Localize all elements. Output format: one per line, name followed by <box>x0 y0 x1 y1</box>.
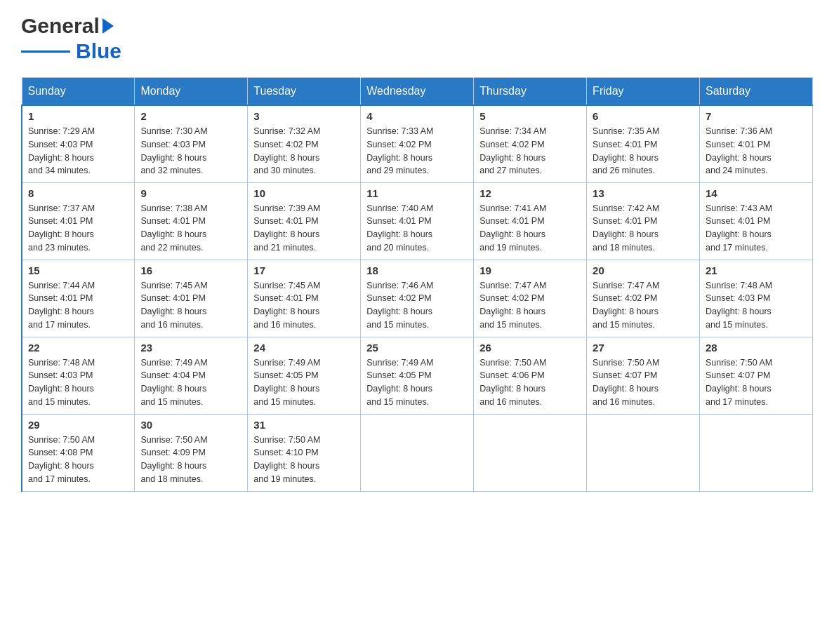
calendar-header-wednesday: Wednesday <box>361 78 474 106</box>
calendar-day-30: 30Sunrise: 7:50 AM Sunset: 4:09 PM Dayli… <box>135 414 248 491</box>
logo-underline <box>21 51 70 53</box>
day-number: 4 <box>366 110 468 122</box>
day-info: Sunrise: 7:47 AM Sunset: 4:02 PM Dayligh… <box>479 279 581 332</box>
day-info: Sunrise: 7:34 AM Sunset: 4:02 PM Dayligh… <box>479 125 581 177</box>
day-info: Sunrise: 7:32 AM Sunset: 4:02 PM Dayligh… <box>253 125 355 177</box>
calendar-day-13: 13Sunrise: 7:42 AM Sunset: 4:01 PM Dayli… <box>587 182 700 260</box>
calendar-empty-cell <box>474 414 587 491</box>
day-number: 31 <box>253 419 355 431</box>
day-info: Sunrise: 7:47 AM Sunset: 4:02 PM Dayligh… <box>593 279 694 332</box>
calendar-week-row: 22Sunrise: 7:48 AM Sunset: 4:03 PM Dayli… <box>22 337 813 414</box>
day-info: Sunrise: 7:50 AM Sunset: 4:06 PM Dayligh… <box>479 356 581 409</box>
calendar-day-6: 6Sunrise: 7:35 AM Sunset: 4:01 PM Daylig… <box>587 105 700 182</box>
calendar-day-11: 11Sunrise: 7:40 AM Sunset: 4:01 PM Dayli… <box>361 182 474 260</box>
day-info: Sunrise: 7:49 AM Sunset: 4:05 PM Dayligh… <box>253 356 355 409</box>
calendar-day-19: 19Sunrise: 7:47 AM Sunset: 4:02 PM Dayli… <box>474 260 587 337</box>
calendar-day-12: 12Sunrise: 7:41 AM Sunset: 4:01 PM Dayli… <box>474 182 587 260</box>
day-info: Sunrise: 7:45 AM Sunset: 4:01 PM Dayligh… <box>140 279 241 332</box>
day-info: Sunrise: 7:48 AM Sunset: 4:03 PM Dayligh… <box>28 356 128 409</box>
logo-blue-text: Blue <box>76 39 121 63</box>
day-number: 21 <box>706 264 807 276</box>
day-number: 27 <box>593 342 694 354</box>
calendar-week-row: 1Sunrise: 7:29 AM Sunset: 4:03 PM Daylig… <box>22 105 813 182</box>
day-info: Sunrise: 7:41 AM Sunset: 4:01 PM Dayligh… <box>479 202 581 255</box>
day-number: 10 <box>253 187 355 199</box>
calendar-day-4: 4Sunrise: 7:33 AM Sunset: 4:02 PM Daylig… <box>361 105 474 182</box>
logo-row-2: Blue <box>21 39 121 63</box>
day-info: Sunrise: 7:43 AM Sunset: 4:01 PM Dayligh… <box>706 202 807 255</box>
day-info: Sunrise: 7:42 AM Sunset: 4:01 PM Dayligh… <box>593 202 694 255</box>
calendar-day-31: 31Sunrise: 7:50 AM Sunset: 4:10 PM Dayli… <box>248 414 361 491</box>
day-number: 2 <box>140 110 241 122</box>
calendar-day-8: 8Sunrise: 7:37 AM Sunset: 4:01 PM Daylig… <box>22 182 135 260</box>
day-info: Sunrise: 7:39 AM Sunset: 4:01 PM Dayligh… <box>253 202 355 255</box>
calendar-day-27: 27Sunrise: 7:50 AM Sunset: 4:07 PM Dayli… <box>587 337 700 414</box>
calendar-day-3: 3Sunrise: 7:32 AM Sunset: 4:02 PM Daylig… <box>248 105 361 182</box>
day-info: Sunrise: 7:50 AM Sunset: 4:08 PM Dayligh… <box>28 434 128 486</box>
day-number: 14 <box>706 187 807 199</box>
calendar-day-9: 9Sunrise: 7:38 AM Sunset: 4:01 PM Daylig… <box>135 182 248 260</box>
day-info: Sunrise: 7:50 AM Sunset: 4:09 PM Dayligh… <box>140 434 241 486</box>
day-info: Sunrise: 7:48 AM Sunset: 4:03 PM Dayligh… <box>706 279 807 332</box>
day-info: Sunrise: 7:38 AM Sunset: 4:01 PM Dayligh… <box>140 202 241 255</box>
calendar-week-row: 8Sunrise: 7:37 AM Sunset: 4:01 PM Daylig… <box>22 182 813 260</box>
day-number: 26 <box>479 342 581 354</box>
day-info: Sunrise: 7:35 AM Sunset: 4:01 PM Dayligh… <box>593 125 694 177</box>
calendar-table: SundayMondayTuesdayWednesdayThursdayFrid… <box>21 77 813 492</box>
calendar-week-row: 29Sunrise: 7:50 AM Sunset: 4:08 PM Dayli… <box>22 414 813 491</box>
day-number: 18 <box>366 264 468 276</box>
calendar-day-14: 14Sunrise: 7:43 AM Sunset: 4:01 PM Dayli… <box>700 182 813 260</box>
calendar-header-saturday: Saturday <box>700 78 813 106</box>
day-number: 24 <box>253 342 355 354</box>
day-info: Sunrise: 7:49 AM Sunset: 4:04 PM Dayligh… <box>140 356 241 409</box>
logo: GeneralBlue <box>21 14 121 63</box>
day-number: 3 <box>253 110 355 122</box>
calendar-day-24: 24Sunrise: 7:49 AM Sunset: 4:05 PM Dayli… <box>248 337 361 414</box>
calendar-day-16: 16Sunrise: 7:45 AM Sunset: 4:01 PM Dayli… <box>135 260 248 337</box>
day-number: 25 <box>366 342 468 354</box>
calendar-header-tuesday: Tuesday <box>248 78 361 106</box>
day-info: Sunrise: 7:33 AM Sunset: 4:02 PM Dayligh… <box>366 125 468 177</box>
calendar-header-row: SundayMondayTuesdayWednesdayThursdayFrid… <box>22 78 813 106</box>
svg-marker-0 <box>102 18 114 34</box>
day-number: 1 <box>28 110 128 122</box>
day-number: 29 <box>28 419 128 431</box>
day-info: Sunrise: 7:37 AM Sunset: 4:01 PM Dayligh… <box>28 202 128 255</box>
calendar-day-5: 5Sunrise: 7:34 AM Sunset: 4:02 PM Daylig… <box>474 105 587 182</box>
logo-triangle-icon <box>101 17 115 35</box>
calendar-header-friday: Friday <box>587 78 700 106</box>
calendar-day-23: 23Sunrise: 7:49 AM Sunset: 4:04 PM Dayli… <box>135 337 248 414</box>
day-info: Sunrise: 7:50 AM Sunset: 4:07 PM Dayligh… <box>593 356 694 409</box>
day-number: 23 <box>140 342 241 354</box>
calendar-day-18: 18Sunrise: 7:46 AM Sunset: 4:02 PM Dayli… <box>361 260 474 337</box>
calendar-day-10: 10Sunrise: 7:39 AM Sunset: 4:01 PM Dayli… <box>248 182 361 260</box>
calendar-day-28: 28Sunrise: 7:50 AM Sunset: 4:07 PM Dayli… <box>700 337 813 414</box>
day-number: 8 <box>28 187 128 199</box>
calendar-week-row: 15Sunrise: 7:44 AM Sunset: 4:01 PM Dayli… <box>22 260 813 337</box>
day-number: 7 <box>706 110 807 122</box>
day-info: Sunrise: 7:50 AM Sunset: 4:07 PM Dayligh… <box>706 356 807 409</box>
day-info: Sunrise: 7:40 AM Sunset: 4:01 PM Dayligh… <box>366 202 468 255</box>
calendar-day-26: 26Sunrise: 7:50 AM Sunset: 4:06 PM Dayli… <box>474 337 587 414</box>
calendar-day-29: 29Sunrise: 7:50 AM Sunset: 4:08 PM Dayli… <box>22 414 135 491</box>
calendar-header-thursday: Thursday <box>474 78 587 106</box>
logo-general-text: General <box>21 14 100 38</box>
day-info: Sunrise: 7:29 AM Sunset: 4:03 PM Dayligh… <box>28 125 128 177</box>
calendar-empty-cell <box>700 414 813 491</box>
day-number: 19 <box>479 264 581 276</box>
calendar-day-7: 7Sunrise: 7:36 AM Sunset: 4:01 PM Daylig… <box>700 105 813 182</box>
day-number: 13 <box>593 187 694 199</box>
calendar-day-17: 17Sunrise: 7:45 AM Sunset: 4:01 PM Dayli… <box>248 260 361 337</box>
day-number: 11 <box>366 187 468 199</box>
calendar-header-monday: Monday <box>135 78 248 106</box>
logo-row-1: General <box>21 14 121 38</box>
day-number: 6 <box>593 110 694 122</box>
day-info: Sunrise: 7:50 AM Sunset: 4:10 PM Dayligh… <box>253 434 355 486</box>
calendar-empty-cell <box>361 414 474 491</box>
calendar-empty-cell <box>587 414 700 491</box>
calendar-day-15: 15Sunrise: 7:44 AM Sunset: 4:01 PM Dayli… <box>22 260 135 337</box>
logo-svg-area: GeneralBlue <box>21 14 121 63</box>
day-info: Sunrise: 7:45 AM Sunset: 4:01 PM Dayligh… <box>253 279 355 332</box>
calendar-day-2: 2Sunrise: 7:30 AM Sunset: 4:03 PM Daylig… <box>135 105 248 182</box>
day-number: 17 <box>253 264 355 276</box>
